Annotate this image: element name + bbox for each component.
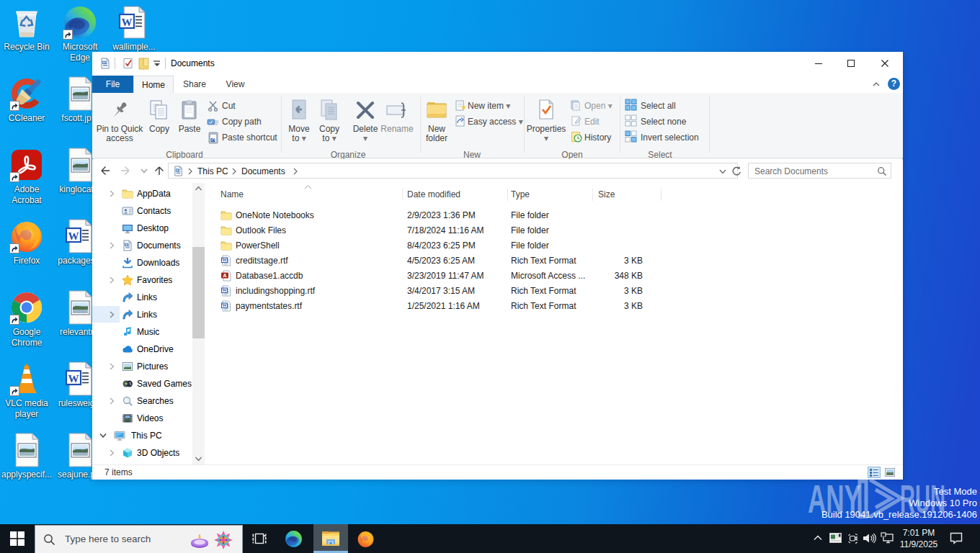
svg-text:A: A (223, 273, 226, 278)
svg-text:W: W (222, 302, 227, 307)
svg-text:W: W (122, 17, 133, 28)
svg-text:W: W (68, 230, 79, 242)
svg-text:W: W (222, 287, 227, 292)
svg-text:W: W (222, 257, 227, 262)
svg-text:W: W (68, 373, 79, 385)
